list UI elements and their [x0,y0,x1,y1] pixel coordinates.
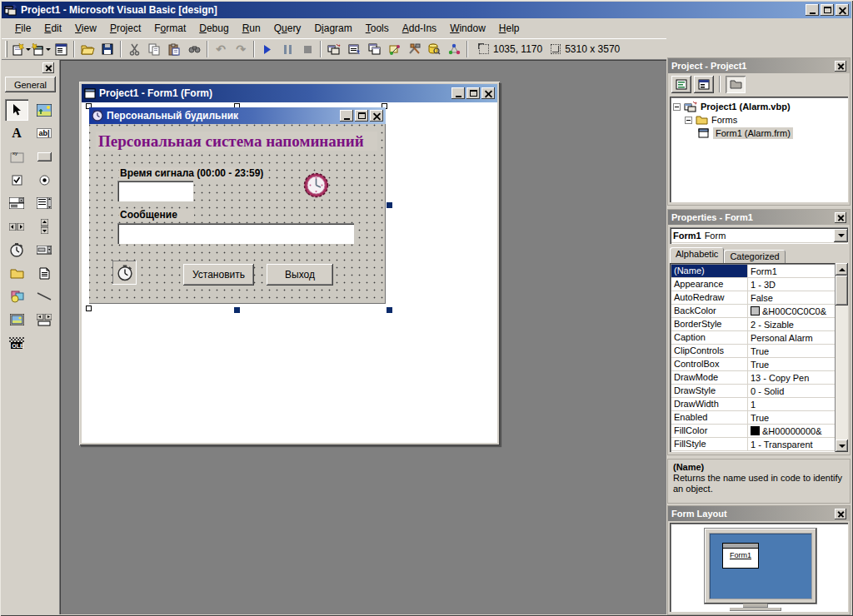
tool-textbox[interactable]: ab| [32,122,56,144]
menu-window[interactable]: Window [443,19,492,37]
view-object-button[interactable] [694,76,714,93]
property-row[interactable]: DrawMode 13 - Copy Pen [671,371,835,385]
cut-button[interactable] [124,40,144,58]
scroll-up-button[interactable] [836,263,848,276]
scrollbar-thumb[interactable] [836,276,848,306]
tool-combobox[interactable] [5,192,28,214]
selection-handle[interactable] [387,307,392,313]
object-selector[interactable]: Form1 Form [670,227,848,244]
tool-vscrollbar[interactable] [32,216,56,237]
toolbar-grip[interactable] [5,41,7,57]
tool-optionbutton[interactable] [32,169,56,191]
tool-dirlistbox[interactable] [5,262,28,284]
collapse-icon[interactable] [673,103,681,111]
menu-debug[interactable]: Debug [192,19,235,37]
message-input[interactable] [117,223,354,244]
selection-handle[interactable] [86,306,92,311]
tool-data[interactable] [32,309,56,330]
property-row[interactable]: Appearance 1 - 3D [671,278,835,291]
save-project-button[interactable] [97,40,117,58]
tab-categorized[interactable]: Categorized [724,250,785,263]
add-project-button[interactable] [11,40,31,58]
tool-line[interactable] [32,286,56,307]
component-manager-button[interactable] [444,40,464,58]
toolbox-button[interactable] [404,40,424,58]
form-layout-miniform[interactable]: Form1 [722,543,759,569]
tool-filelistbox[interactable] [32,262,56,284]
menu-tools[interactable]: Tools [359,19,396,37]
properties-panel-title-bar[interactable]: Properties - Form1 [668,210,850,225]
menu-file[interactable]: File [8,19,37,37]
object-selector-dropdown-button[interactable] [834,229,848,242]
view-code-button[interactable] [671,76,691,93]
menu-addins[interactable]: Add-Ins [396,19,443,37]
property-row[interactable]: AutoRedraw False [671,291,835,305]
designer-title-bar[interactable]: Project1 - Form1 (Form) [82,84,497,102]
set-alarm-button[interactable]: Установить [183,264,254,286]
property-row[interactable]: DrawWidth 1 [671,398,835,411]
properties-panel-close-button[interactable] [835,212,846,223]
menu-query[interactable]: Query [267,19,308,37]
selection-handle[interactable] [387,202,392,208]
property-row[interactable]: BorderStyle 2 - Sizable [671,318,835,331]
designed-form[interactable]: Персональный будильник Персональная сист… [89,107,386,304]
exit-button[interactable]: Выход [267,264,333,286]
property-row[interactable]: Enabled True [671,411,835,425]
property-row[interactable]: FillColor &H00000000& [671,425,835,438]
tool-pointer[interactable] [5,99,28,121]
tree-item-project[interactable]: Project1 (Alarm.vbp) [673,100,846,113]
project-panel-close-button[interactable] [835,61,846,72]
time-input[interactable] [117,181,193,201]
end-button[interactable] [297,40,317,58]
form-layout-close-button[interactable] [835,509,846,519]
form-maximize-button[interactable] [355,110,368,122]
copy-button[interactable] [144,40,164,58]
menu-editor-button[interactable] [51,40,71,58]
property-row[interactable]: (Name) Form1 [671,265,835,278]
designer-close-button[interactable] [481,87,495,99]
menu-project[interactable]: Project [103,19,147,37]
tool-listbox[interactable] [32,192,56,214]
tool-frame[interactable]: xy [5,146,28,167]
form-layout-window-button[interactable] [364,40,384,58]
properties-window-button[interactable] [344,40,364,58]
timer-control[interactable] [112,261,137,285]
maximize-button[interactable] [821,4,834,16]
find-button[interactable] [184,40,204,58]
property-row[interactable]: FillStyle 1 - Transparent [671,438,835,451]
tool-checkbox[interactable] [5,169,28,191]
tool-image[interactable] [5,309,28,330]
menu-edit[interactable]: Edit [37,19,68,37]
tree-item-form1[interactable]: Form1 (Alarm.frm) [698,127,846,140]
data-view-window-button[interactable] [424,40,444,58]
menu-diagram[interactable]: Diagram [307,19,358,37]
tool-commandbutton[interactable] [32,146,56,167]
open-project-button[interactable] [77,40,97,58]
tool-ole[interactable]: OLE [5,332,28,354]
menu-run[interactable]: Run [236,19,267,37]
selection-handle[interactable] [234,307,240,313]
scroll-down-button[interactable] [836,440,848,452]
redo-button[interactable]: ↷ [231,40,251,58]
tool-hscrollbar[interactable] [5,216,28,237]
object-browser-button[interactable] [384,40,404,58]
start-button[interactable] [257,40,277,58]
close-button[interactable] [836,4,849,16]
tool-label[interactable]: A [5,122,28,144]
toggle-folders-button[interactable] [726,76,746,93]
properties-scrollbar[interactable] [835,263,848,452]
property-row[interactable]: BackColor &H00C0C0C0& [671,305,835,318]
tool-timer[interactable] [5,239,28,261]
designer-maximize-button[interactable] [466,87,480,99]
property-row[interactable]: Caption Personal Alarm [671,331,835,345]
project-explorer-button[interactable] [324,40,344,58]
property-row[interactable]: ControlBox True [671,358,835,371]
form-close-button[interactable] [370,110,383,122]
tree-item-forms-folder[interactable]: Forms [685,113,846,127]
property-row[interactable]: DrawStyle 0 - Solid [671,385,835,398]
toolbox-general-tab[interactable]: General [5,77,56,92]
menu-help[interactable]: Help [492,19,526,37]
toolbox-close-button[interactable] [42,62,54,73]
paste-button[interactable] [164,40,184,58]
minimize-button[interactable] [806,4,819,16]
